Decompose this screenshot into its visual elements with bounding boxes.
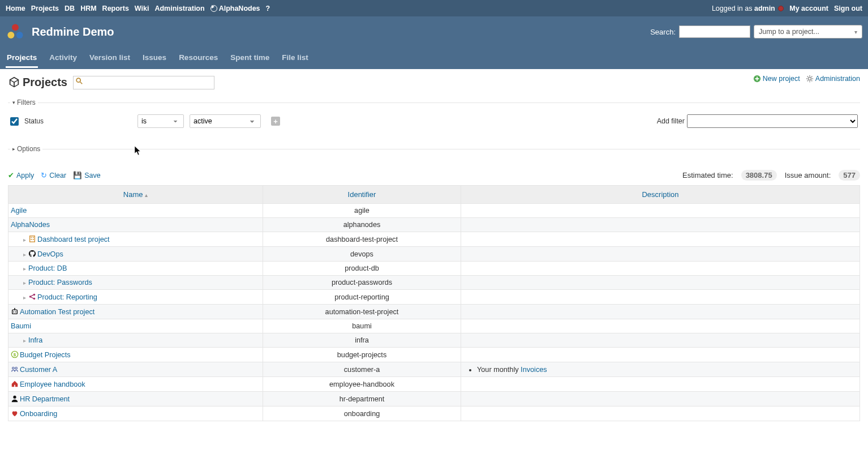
page-title-text: Projects	[23, 76, 67, 89]
project-identifier: employee-handbook	[263, 377, 461, 392]
top-menu-item[interactable]: AlphaNodes	[210, 5, 260, 12]
apply-button[interactable]: ✔ Apply	[8, 171, 34, 179]
top-menu-item[interactable]: HRM	[80, 5, 96, 12]
svg-text:$: $	[14, 352, 16, 357]
filters-fieldset: ▾ Filters Status is active + Add filter	[8, 99, 860, 136]
top-menu-item[interactable]: Administration	[154, 5, 204, 12]
help-link[interactable]: ?	[266, 5, 270, 12]
main-menu: ProjectsActivityVersion listIssuesResour…	[0, 47, 868, 69]
save-button[interactable]: 💾 Save	[73, 171, 101, 179]
svg-point-3	[76, 78, 80, 82]
main-menu-tab[interactable]: Version list	[88, 49, 131, 66]
svg-line-24	[31, 297, 33, 298]
expander-icon[interactable]: ▸	[23, 266, 26, 272]
project-link[interactable]: DevOps	[37, 250, 63, 258]
main-menu-tab[interactable]: Spent time	[229, 49, 270, 66]
expander-icon[interactable]: ▸	[23, 237, 26, 243]
svg-rect-19	[33, 239, 34, 240]
project-link[interactable]: Automation Test project	[20, 308, 94, 316]
project-link[interactable]: HR Department	[20, 395, 70, 403]
project-filter-input[interactable]	[73, 76, 214, 89]
project-link[interactable]: Baumi	[11, 322, 31, 330]
col-identifier-sort[interactable]: Identifier	[348, 190, 376, 199]
table-row: $Budget Projects budget-projects	[8, 348, 860, 362]
project-link[interactable]: Employee handbook	[20, 380, 85, 388]
home-icon	[11, 380, 19, 388]
main-menu-tab[interactable]: Projects	[6, 49, 38, 68]
top-menu-item[interactable]: Reports	[102, 5, 129, 12]
project-link[interactable]: Customer A	[20, 366, 57, 374]
description-link[interactable]: Invoices	[521, 366, 547, 374]
status-value-select[interactable]: active	[190, 114, 261, 128]
reload-icon: ↻	[41, 171, 47, 179]
expander-icon[interactable]: ▸	[23, 251, 26, 258]
user-link[interactable]: admin	[754, 5, 775, 12]
dollar-icon: $	[11, 350, 19, 358]
sign-out-link[interactable]: Sign out	[834, 5, 862, 12]
top-menu-item[interactable]: Wiki	[135, 5, 149, 12]
heart-icon	[11, 409, 19, 417]
top-menu-right: Logged in as admin My account Sign out	[712, 5, 862, 12]
cube-icon	[8, 76, 20, 88]
search-label: Search:	[650, 28, 676, 36]
project-link[interactable]: Product: Reporting	[37, 293, 97, 301]
project-jump-dropdown[interactable]: Jump to a project... ▾	[754, 25, 862, 38]
status-filter-checkbox[interactable]	[10, 117, 19, 126]
col-name-sort[interactable]: Name ▴	[123, 190, 148, 199]
stop-icon	[778, 6, 784, 11]
main-menu-tab[interactable]: Activity	[48, 49, 78, 66]
group-icon	[11, 365, 19, 373]
main-menu-tab[interactable]: File list	[281, 49, 310, 66]
table-row: Automation Test project automation-test-…	[8, 305, 860, 319]
svg-point-29	[14, 308, 15, 309]
svg-point-27	[15, 311, 16, 313]
project-link[interactable]: Budget Projects	[20, 351, 71, 359]
plus-circle-icon	[753, 75, 761, 83]
project-link[interactable]: Product: DB	[28, 264, 67, 272]
status-operator-select[interactable]: is	[137, 114, 184, 128]
contextual-actions: New project Administration	[753, 75, 860, 83]
my-account-link[interactable]: My account	[789, 5, 828, 12]
project-link[interactable]: AlphaNodes	[11, 221, 50, 229]
add-filter-select[interactable]	[687, 114, 858, 128]
expander-icon[interactable]: ▸	[23, 294, 26, 301]
estimated-time-label: Estimated time:	[682, 171, 733, 179]
svg-point-32	[12, 367, 15, 370]
add-value-button[interactable]: +	[271, 117, 280, 126]
share-icon	[28, 293, 36, 301]
project-identifier: infra	[263, 333, 461, 348]
top-menu-item[interactable]: DB	[65, 5, 75, 12]
sort-asc-icon: ▴	[145, 192, 148, 198]
table-row: ▸Product: DB product-db	[8, 262, 860, 276]
new-project-link[interactable]: New project	[753, 75, 800, 83]
search-input[interactable]	[679, 25, 750, 38]
top-menu: HomeProjectsDBHRMReportsWikiAdministrati…	[0, 0, 868, 16]
check-icon: ✔	[8, 171, 14, 179]
main-menu-tab[interactable]: Issues	[141, 49, 167, 66]
table-row: Customer A customer-a Your monthly Invoi…	[8, 362, 860, 377]
top-menu-item[interactable]: Home	[6, 5, 25, 12]
options-legend[interactable]: ▸ Options	[10, 145, 42, 153]
project-link[interactable]: Infra	[28, 336, 42, 344]
top-menu-left: HomeProjectsDBHRMReportsWikiAdministrati…	[6, 5, 270, 12]
filters-legend[interactable]: ▾ Filters	[10, 99, 38, 106]
project-link[interactable]: Agile	[11, 207, 27, 215]
administration-link[interactable]: Administration	[806, 75, 860, 83]
table-row: Baumi baumi	[8, 319, 860, 333]
expander-icon[interactable]: ▸	[23, 280, 26, 286]
project-link[interactable]: Dashboard test project	[37, 236, 110, 243]
clear-button[interactable]: ↻ Clear	[41, 171, 66, 179]
description-text: Your monthly Invoices	[477, 366, 857, 374]
top-menu-item[interactable]: Projects	[31, 5, 59, 12]
logged-in-label: Logged in as	[712, 5, 754, 12]
building-icon	[28, 235, 36, 243]
main-menu-tab[interactable]: Resources	[178, 49, 219, 66]
status-filter-label: Status	[24, 117, 132, 125]
col-description-sort[interactable]: Description	[642, 190, 678, 199]
svg-rect-15	[30, 236, 35, 242]
expander-icon[interactable]: ▸	[23, 337, 26, 344]
project-identifier: agile	[263, 204, 461, 218]
project-link[interactable]: Product: Passwords	[28, 279, 92, 286]
project-link[interactable]: Onboarding	[20, 410, 57, 418]
project-identifier: product-passwords	[263, 276, 461, 290]
